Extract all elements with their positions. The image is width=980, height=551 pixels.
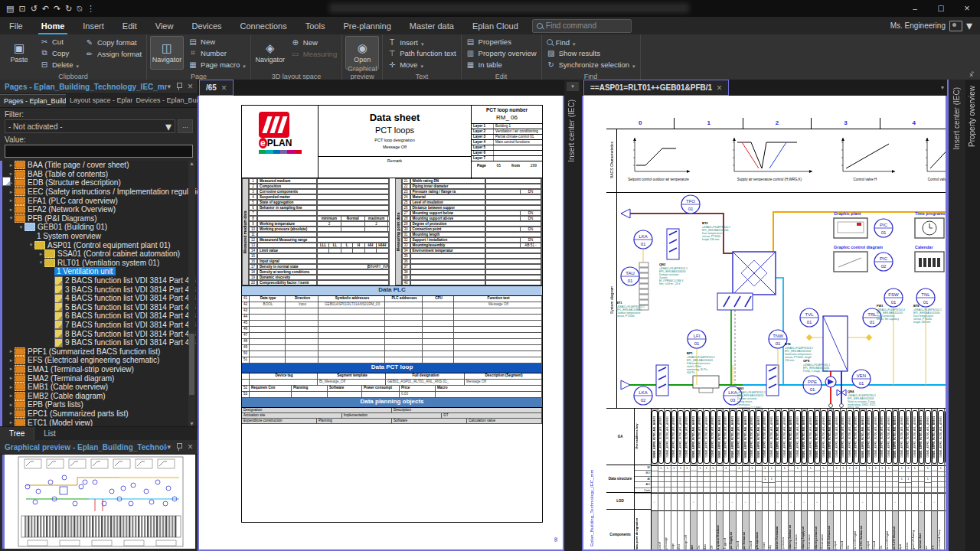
in-table-button[interactable]: ▦In table (465, 59, 538, 70)
value-input[interactable] (5, 145, 193, 158)
ribbon-tab-eplan-cloud[interactable]: Eplan Cloud (463, 18, 528, 34)
collapsed-icon[interactable]: ▸ (38, 251, 44, 257)
delete-button[interactable]: ⊟Delete (38, 59, 80, 70)
paste-button[interactable]: ▣Paste (3, 36, 35, 70)
tree-item[interactable]: 4 BACS function list VDI 3814 Part 4.3 (2, 294, 200, 303)
tree-item[interactable]: ▸EFA2 (Network Overview) (2, 205, 200, 214)
tree-item[interactable]: ▸PPF1 (Summarized BACS function list) (2, 347, 200, 356)
pages-panel-tab-1[interactable]: Layout space - Eplan_... (66, 94, 132, 107)
tree-item[interactable]: ▸EMB1 (Cable overview) (2, 383, 200, 392)
instrument-FSW-01[interactable]: FSW01 (884, 289, 903, 307)
expanded-icon[interactable]: ▾ (28, 242, 34, 248)
close-button[interactable] (954, 0, 980, 17)
insert-center-right-tab[interactable]: Insert center (IEC) (947, 80, 967, 551)
scroll-down-icon[interactable]: ▼ (188, 421, 195, 426)
expanded-icon[interactable]: ▾ (8, 215, 15, 221)
panel-menu-icon[interactable] (167, 83, 171, 90)
tree-item[interactable]: 8 BACS function list VDI 3814 Part 4.3 (2, 329, 200, 338)
pin-icon[interactable] (176, 83, 182, 90)
tab-close-icon[interactable] (717, 83, 722, 93)
workspace-close-icon[interactable] (969, 71, 973, 79)
pages-panel-tab-0[interactable]: Pages - Eplan_Buildin... (0, 94, 66, 107)
instrument-TAU-01[interactable]: TAU01 (621, 267, 639, 285)
collapsed-icon[interactable]: ▸ (8, 366, 15, 372)
tree-item[interactable]: 7 BACS function list VDI 3814 Part 4.3 (2, 321, 200, 330)
ribbon-tab-edit[interactable]: Edit (113, 18, 146, 34)
property-overview-button[interactable]: ▥Property overview (465, 48, 538, 59)
undo-icon[interactable]: ↶ (42, 0, 49, 17)
assign-format-button[interactable]: ✏Assign format (83, 48, 143, 59)
tree-item[interactable]: 9 BACS function list VDI 3814 Part 4.3 (2, 338, 200, 347)
tree-item[interactable]: ▸EDB (Structure description) (2, 178, 200, 187)
tree-item[interactable]: ▾GEB01 (Building 01) (2, 223, 200, 232)
synchronize-selection-button[interactable]: ↻Synchronize selection (545, 59, 637, 70)
navigator-button[interactable]: ◈Navigator (254, 36, 286, 70)
datasheet-page[interactable]: ePLANData sheetPCT loopsPCT loop designa… (198, 96, 564, 551)
tree-item[interactable]: 6 BACS function list VDI 3814 Part 4.3 (2, 311, 200, 321)
ribbon-tab-insert[interactable]: Insert (74, 18, 113, 34)
tree-item[interactable]: 3 BACS function list VDI 3814 Part 4.3 (2, 285, 200, 294)
collapsed-icon[interactable]: ▸ (8, 375, 15, 381)
delete-table-icon[interactable]: ⍉ (77, 0, 83, 17)
navigator-button[interactable]: ◫Navigator (150, 36, 184, 70)
filter-more-button[interactable]: ... (178, 119, 193, 133)
instrument-LKA-01[interactable]: LKA01 (634, 230, 652, 249)
tree-scrollbar[interactable]: ▲ ▼ (188, 161, 195, 426)
strip-menu-icon[interactable] (567, 82, 579, 91)
instrument-TNL-01[interactable]: TNL01 (916, 289, 935, 307)
tab-tree[interactable]: Tree (0, 427, 34, 441)
tree-item[interactable]: ▸EMA1 (Terminal-strip overview) (2, 365, 200, 374)
scroll-up-icon[interactable]: ▲ (188, 161, 195, 166)
tree-item[interactable]: 1 Ventilation unit (2, 267, 200, 276)
ribbon-tab-devices[interactable]: Devices (182, 18, 230, 34)
panel-menu-icon[interactable] (167, 443, 171, 451)
property-overview-collapsed-tab[interactable]: Property overview (965, 80, 980, 551)
collapsed-icon[interactable]: ▸ (8, 402, 15, 408)
collapsed-icon[interactable]: ▸ (8, 197, 15, 204)
ribbon-tab-view[interactable]: View (146, 18, 183, 34)
ribbon-tab-connections[interactable]: Connections (231, 18, 296, 34)
ribbon-tab-master-data[interactable]: Master data (400, 18, 463, 34)
panel-close-icon[interactable] (188, 81, 193, 92)
collapsed-icon[interactable]: ▸ (8, 393, 15, 399)
tree-item[interactable]: ▾RLT01 (Ventilation system 01) (2, 259, 200, 268)
user-badge-icon[interactable] (949, 21, 962, 31)
instrument-TVL-01[interactable]: TVL01 (800, 308, 818, 327)
insert-center-collapsed-tab[interactable]: Insert center (IEC) (564, 80, 582, 551)
minimize-button[interactable] (902, 0, 928, 17)
tabbar-menu-icon[interactable] (941, 84, 944, 91)
tab-list[interactable]: List (34, 427, 65, 441)
move-button[interactable]: ✛Move (386, 59, 457, 70)
show-results-button[interactable]: ▨Show results (545, 48, 637, 58)
instrument-VEN-01[interactable]: VEN01 (852, 370, 871, 388)
ribbon-tab-home[interactable]: Home (32, 18, 74, 34)
redo-icon[interactable]: ↷ (54, 0, 60, 17)
number-button[interactable]: ⌗Number (187, 48, 247, 59)
copy-button[interactable]: ⧉Copy (38, 48, 80, 59)
expanded-icon[interactable]: ▾ (38, 259, 44, 266)
collapsed-icon[interactable]: ▸ (8, 162, 15, 168)
tree-item[interactable]: 1 System overview (2, 232, 200, 241)
pin-icon[interactable] (176, 443, 182, 451)
collapsed-icon[interactable]: ▸ (8, 207, 15, 213)
preview-thumbnail[interactable] (2, 455, 195, 549)
datasheet-document-tab[interactable]: /65 (199, 80, 234, 96)
redo-filled-icon[interactable]: ↻ (65, 0, 72, 17)
page-macro-button[interactable]: ▦Page macro (187, 59, 247, 70)
open-page-icon[interactable]: ⊡ (18, 0, 25, 17)
tab-close-icon[interactable] (221, 83, 227, 93)
instrument-PPE-01[interactable]: PPE01 (803, 376, 822, 394)
panel-close-icon[interactable] (188, 442, 193, 452)
tree-item[interactable]: ▸ETC1 (Model view) (2, 418, 200, 426)
tree-item[interactable]: ▸EMA2 (Terminal diagram) (2, 373, 200, 383)
pages-panel-tab-2[interactable]: Devices - Eplan_Build... (132, 94, 198, 107)
scrollbar-thumb[interactable] (189, 334, 194, 395)
ribbon-tab-file[interactable]: File (0, 18, 32, 34)
find-command-box[interactable]: Find command (532, 19, 632, 33)
chevron-down-icon[interactable] (966, 18, 972, 33)
instrument-LFI-01[interactable]: LFI01 (688, 330, 706, 348)
instrument-PIC-02[interactable]: PIC02 (874, 253, 893, 271)
collapsed-icon[interactable]: ▸ (8, 189, 15, 195)
collapsed-icon[interactable]: ▸ (8, 419, 15, 425)
filter-select[interactable]: - Not activated - (5, 119, 175, 133)
